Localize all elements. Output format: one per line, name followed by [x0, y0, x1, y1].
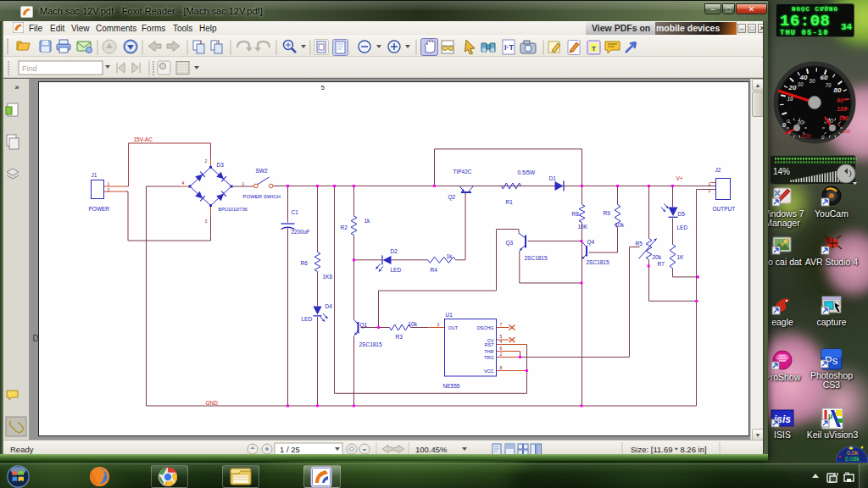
svg-text:n: n	[216, 40, 219, 45]
svg-text:90: 90	[837, 97, 843, 103]
svg-text:30: 30	[797, 81, 804, 87]
svg-text:VCC: VCC	[484, 369, 494, 374]
svg-text:6: 6	[500, 346, 503, 351]
svg-text:R8: R8	[572, 211, 580, 217]
svg-text:R2: R2	[341, 225, 348, 230]
svg-text:R9: R9	[604, 210, 611, 216]
svg-text:R6: R6	[301, 260, 309, 266]
svg-text:15V-AC: 15V-AC	[134, 136, 153, 142]
svg-text:OUTPUT: OUTPUT	[713, 206, 736, 212]
svg-text:2: 2	[500, 352, 503, 357]
svg-text:D: D	[33, 334, 39, 343]
svg-text:D5: D5	[678, 211, 686, 217]
svg-text:Q3: Q3	[506, 240, 514, 247]
svg-text:BPU1010/736: BPU1010/736	[219, 207, 248, 212]
svg-text:Q1: Q1	[360, 322, 368, 329]
svg-text:RST: RST	[485, 342, 495, 347]
svg-text:Q2: Q2	[448, 194, 456, 201]
svg-text:LED: LED	[391, 267, 402, 273]
svg-text:TRG: TRG	[484, 355, 494, 360]
svg-text:4: 4	[182, 180, 185, 186]
svg-text:0: 0	[782, 122, 786, 128]
svg-text:2200uF: 2200uF	[292, 229, 310, 235]
svg-text:10k: 10k	[615, 222, 625, 228]
svg-text:J1: J1	[92, 172, 97, 178]
svg-text:1K6: 1K6	[323, 274, 333, 280]
svg-text:2SC1815: 2SC1815	[587, 259, 609, 265]
svg-text:80: 80	[834, 86, 842, 94]
svg-text:8: 8	[500, 365, 503, 370]
svg-text:V+: V+	[676, 175, 683, 181]
svg-text:0.08k: 0.08k	[845, 456, 860, 462]
svg-text:5: 5	[321, 84, 326, 92]
svg-text:GND: GND	[206, 400, 219, 406]
svg-text:1 / 25: 1 / 25	[280, 445, 300, 454]
svg-text:R7: R7	[658, 261, 665, 267]
svg-text:100: 100	[842, 129, 851, 134]
svg-text:0.5/5W: 0.5/5W	[518, 169, 536, 175]
svg-text:T: T	[592, 45, 596, 53]
svg-text:LED: LED	[677, 225, 688, 230]
svg-text:1: 1	[709, 181, 711, 186]
svg-text:100.45%: 100.45%	[415, 445, 448, 454]
svg-text:7: 7	[500, 322, 503, 327]
svg-text:R5: R5	[636, 241, 643, 247]
svg-text:100: 100	[839, 115, 849, 121]
svg-text:Ready: Ready	[10, 445, 34, 454]
svg-text:DSCHG: DSCHG	[477, 325, 494, 330]
svg-text:TIP42C: TIP42C	[453, 169, 472, 175]
svg-text:1: 1	[108, 181, 110, 186]
svg-text:THR: THR	[484, 349, 493, 354]
svg-text:2SC1815: 2SC1815	[359, 341, 382, 347]
svg-text:U1: U1	[446, 312, 453, 318]
svg-text:R3: R3	[396, 334, 403, 340]
svg-text:OUT: OUT	[448, 325, 459, 330]
svg-text:50: 50	[809, 78, 815, 84]
svg-text:D1: D1	[549, 175, 557, 181]
svg-text:R1: R1	[506, 199, 514, 205]
svg-text:100: 100	[801, 133, 811, 139]
svg-text:Find: Find	[22, 64, 37, 73]
svg-text:D3: D3	[217, 162, 225, 168]
svg-text:20k: 20k	[653, 254, 662, 260]
svg-text:2: 2	[108, 187, 110, 192]
svg-text:NE555: NE555	[443, 383, 460, 389]
svg-text:POWER SWICH: POWER SWICH	[243, 194, 281, 199]
svg-text:Q4: Q4	[587, 239, 595, 246]
svg-text:70: 70	[825, 82, 832, 88]
svg-text:0.0k: 0.0k	[847, 450, 859, 456]
svg-text:SW2: SW2	[256, 168, 268, 174]
svg-text:POWER: POWER	[89, 206, 110, 212]
svg-text:J2: J2	[715, 167, 721, 173]
svg-text:2SC1815: 2SC1815	[525, 255, 548, 261]
svg-text:20: 20	[788, 84, 797, 92]
svg-text:LED: LED	[302, 316, 313, 322]
svg-text:C1: C1	[292, 209, 299, 215]
svg-text:14%: 14%	[773, 167, 790, 176]
svg-text:D2: D2	[391, 248, 398, 254]
svg-text:1k: 1k	[447, 253, 453, 259]
svg-text:2: 2	[205, 158, 208, 164]
svg-text:2: 2	[709, 188, 711, 193]
svg-text:30: 30	[797, 119, 804, 125]
svg-text:R4: R4	[431, 267, 438, 273]
svg-text:40: 40	[799, 74, 808, 81]
svg-text:60: 60	[821, 74, 828, 81]
svg-text:Size: [11.69 * 8.26 in]: Size: [11.69 * 8.26 in]	[631, 445, 707, 454]
svg-text:1: 1	[242, 181, 245, 186]
svg-text:1K: 1K	[677, 254, 685, 260]
svg-text:3: 3	[205, 219, 208, 224]
svg-text:100: 100	[837, 106, 847, 112]
svg-text:4: 4	[500, 339, 503, 344]
svg-text:10K: 10K	[578, 224, 588, 230]
svg-text:1k: 1k	[364, 218, 371, 224]
svg-text:10k: 10k	[409, 321, 418, 327]
svg-text:I·T: I·T	[504, 43, 514, 52]
svg-text:D4: D4	[326, 303, 333, 309]
svg-text:3: 3	[437, 322, 440, 327]
